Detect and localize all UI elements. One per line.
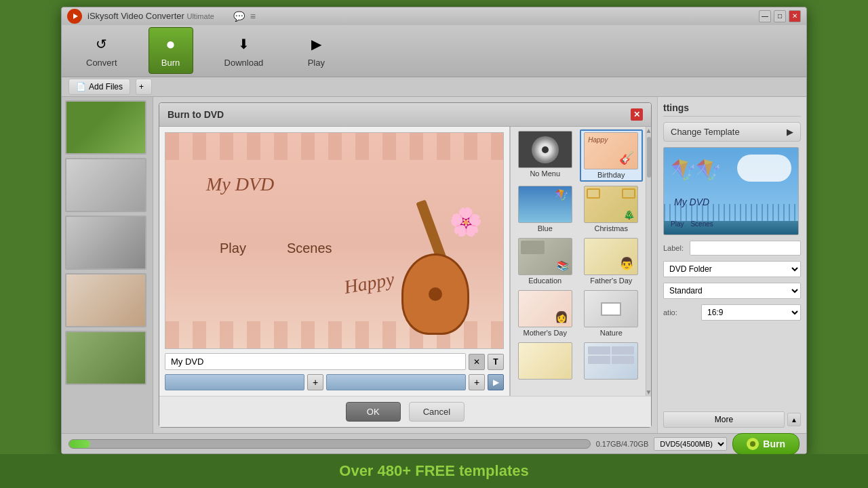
template-thumb-christmas: 🎄: [584, 186, 638, 223]
bottom-banner: Over 480+ FREE templates: [0, 454, 868, 488]
title-format-button[interactable]: T: [488, 354, 504, 370]
toolbar: ↺ Convert ● Burn ⬇ Download ▶ Play: [62, 25, 806, 77]
preview-play-label: Play: [220, 241, 246, 256]
template-scrollbar[interactable]: ▲ ▼: [646, 127, 651, 396]
dialog-buttons: OK Cancel: [159, 396, 651, 427]
add-files-icon: 📄: [76, 82, 86, 92]
minimize-button[interactable]: —: [759, 10, 771, 22]
close-button[interactable]: ✕: [789, 10, 801, 22]
play-button[interactable]: ▶ Play: [294, 28, 338, 73]
template-s2[interactable]: [580, 341, 644, 382]
play-label: Play: [308, 58, 325, 68]
thumbnail-4[interactable]: [65, 273, 146, 327]
timeline-add-1[interactable]: +: [307, 374, 323, 390]
cancel-button[interactable]: Cancel: [409, 402, 465, 422]
maximize-button[interactable]: □: [774, 10, 786, 22]
label-input[interactable]: [690, 241, 801, 256]
burn-dialog: Burn to DVD ✕ My DVD Play Scenes: [159, 102, 652, 428]
change-template-arrow: ▶: [787, 127, 793, 137]
thumbnail-5[interactable]: [65, 331, 146, 385]
guitar-decoration: 🌸 Happy: [347, 199, 483, 335]
thumbnail-2[interactable]: [65, 158, 146, 212]
burn-dialog-content: My DVD Play Scenes 🌸 Happy: [159, 127, 651, 396]
title-bar-left: iSkysoft Video Converter Ultimate 💬 ≡: [67, 9, 256, 24]
thumbnail-1[interactable]: [65, 100, 146, 155]
template-label-education: Education: [528, 277, 561, 285]
burn-label: Burn: [161, 58, 180, 68]
right-preview-title: My DVD: [674, 197, 709, 207]
download-button[interactable]: ⬇ Download: [214, 28, 275, 73]
preview-dvd-title: My DVD: [206, 174, 274, 195]
format-select[interactable]: DVD Folder: [663, 261, 801, 277]
cloud-decoration: [737, 155, 791, 182]
template-thumb-blue: 🪁: [518, 186, 572, 223]
template-education[interactable]: 📚 Education: [513, 237, 577, 286]
change-template-label: Change Template: [671, 127, 740, 137]
template-nature[interactable]: Nature: [580, 289, 644, 338]
burn-dialog-title-text: Burn to DVD: [167, 109, 224, 120]
preview-canvas: My DVD Play Scenes 🌸 Happy: [165, 132, 504, 349]
ratio-select[interactable]: 16:9: [701, 304, 801, 321]
template-s1[interactable]: [513, 341, 577, 382]
burn-button[interactable]: ● Burn: [149, 27, 193, 74]
template-label-nature: Nature: [600, 329, 623, 337]
template-label-mothersday: Mother's Day: [524, 329, 567, 337]
burn-icon: ●: [160, 33, 182, 55]
template-thumb-nature: [584, 290, 638, 327]
standard-select[interactable]: Standard: [663, 283, 801, 299]
guitar-body: [401, 253, 469, 335]
ok-button[interactable]: OK: [346, 402, 401, 422]
template-blue[interactable]: 🪁 Blue: [513, 184, 577, 234]
scroll-thumb[interactable]: [647, 137, 651, 178]
label-field-label: Label:: [663, 244, 686, 252]
add-more-button[interactable]: +: [136, 79, 152, 95]
template-birthday[interactable]: 🎸 Happy Birthday: [580, 129, 644, 182]
burn-dialog-close-button[interactable]: ✕: [631, 108, 643, 121]
timeline-add-2[interactable]: +: [469, 374, 485, 390]
template-thumb-fathersday: 👨: [584, 238, 638, 275]
download-icon: ⬇: [233, 33, 254, 55]
title-clear-button[interactable]: ✕: [469, 354, 485, 370]
template-panel: No Menu 🎸 Happy Birthday: [510, 127, 646, 396]
right-preview-scenes: Scenes: [690, 220, 713, 228]
template-label-fathersday: Father's Day: [590, 277, 632, 285]
template-thumb-mothersday: 👩: [518, 290, 572, 327]
template-mothersday[interactable]: 👩 Mother's Day: [513, 289, 577, 338]
status-bar: 0.17GB/4.70GB DVD5(4500MB) Burn: [62, 433, 806, 453]
more-button[interactable]: More: [663, 411, 785, 428]
label-field-row: Label:: [663, 241, 801, 256]
template-thumb-no-menu: [518, 131, 572, 168]
change-template-button[interactable]: Change Template ▶: [663, 122, 801, 142]
burn-action-button[interactable]: Burn: [732, 433, 800, 455]
download-label: Download: [224, 58, 264, 68]
template-label-birthday: Birthday: [597, 171, 625, 179]
settings-title: ttings: [663, 102, 801, 117]
storage-info: 0.17GB/4.70GB: [596, 440, 649, 448]
dvd-title-input[interactable]: [165, 353, 466, 370]
template-no-menu[interactable]: No Menu: [513, 129, 577, 182]
app-window: iSkysoft Video Converter Ultimate 💬 ≡ — …: [61, 7, 807, 454]
template-thumb-s2: [584, 342, 638, 380]
app-title: iSkysoft Video Converter Ultimate: [87, 11, 214, 21]
left-sidebar: [62, 97, 153, 433]
burn-action-label: Burn: [763, 439, 785, 449]
convert-label: Convert: [86, 58, 117, 68]
template-fathersday[interactable]: 👨 Father's Day: [580, 237, 644, 286]
template-christmas[interactable]: 🎄 Christmas: [580, 184, 644, 234]
template-thumb-s1: [518, 342, 572, 380]
add-files-bar: 📄 Add Files +: [62, 77, 806, 97]
title-bar-controls: — □ ✕: [759, 10, 801, 22]
thumbnail-3[interactable]: [65, 216, 146, 270]
app-logo: [67, 9, 82, 24]
burn-action-icon: [747, 438, 759, 450]
add-files-button[interactable]: 📄 Add Files: [68, 79, 130, 95]
dvd-format-select[interactable]: DVD5(4500MB): [654, 437, 727, 451]
more-collapse-button[interactable]: ▲: [787, 413, 801, 426]
preview-scenes-label: Scenes: [287, 241, 332, 256]
title-input-row: ✕ T: [165, 353, 504, 370]
play-icon: [73, 14, 78, 19]
timeline-play-button[interactable]: ▶: [488, 374, 504, 390]
burn-panel: Burn to DVD ✕ My DVD Play Scenes: [153, 97, 657, 433]
template-thumb-birthday: 🎸 Happy: [584, 132, 638, 169]
convert-button[interactable]: ↺ Convert: [75, 28, 128, 73]
